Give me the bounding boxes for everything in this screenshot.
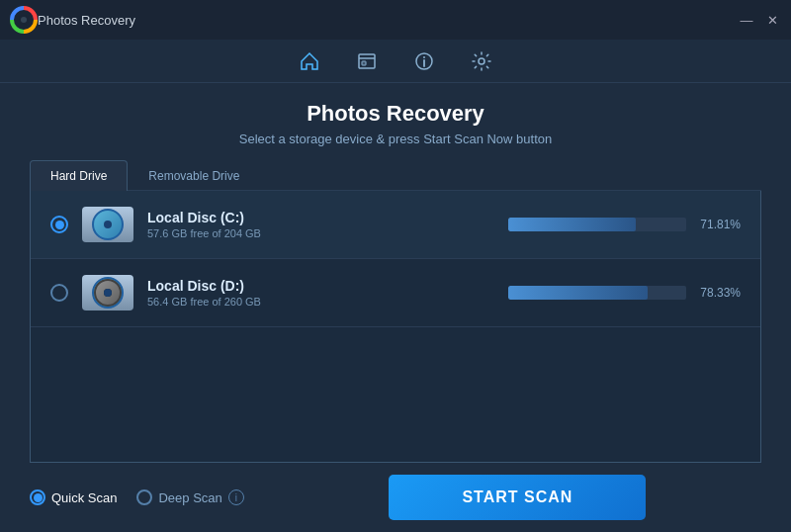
drive-d-info: Local Disc (D:) 56.4 GB free of 260 GB xyxy=(147,278,494,308)
svg-rect-3 xyxy=(359,54,375,68)
deep-scan-info-icon[interactable]: i xyxy=(228,489,244,505)
minimize-button[interactable]: — xyxy=(738,11,755,29)
toolbar xyxy=(0,40,791,83)
quick-scan-option[interactable]: Quick Scan xyxy=(30,489,117,505)
drive-c-size: 57.6 GB free of 204 GB xyxy=(147,227,494,239)
home-toolbar-button[interactable] xyxy=(296,47,323,75)
drive-d-radio[interactable] xyxy=(50,284,68,302)
tab-removable-drive[interactable]: Removable Drive xyxy=(128,160,260,191)
app-title: Photos Recovery xyxy=(38,13,738,28)
svg-point-8 xyxy=(423,56,425,58)
drive-d-progress-fill xyxy=(508,286,648,300)
info-toolbar-button[interactable] xyxy=(410,47,438,75)
quick-scan-label: Quick Scan xyxy=(51,490,117,505)
tab-hard-drive[interactable]: Hard Drive xyxy=(30,160,128,191)
start-scan-container: START SCAN xyxy=(274,475,761,520)
drive-d-name: Local Disc (D:) xyxy=(147,278,494,294)
page-title: Photos Recovery xyxy=(0,101,791,127)
drive-d-size: 56.4 GB free of 260 GB xyxy=(147,296,494,308)
scan-toolbar-button[interactable] xyxy=(353,47,381,75)
drive-c-pct: 71.81% xyxy=(696,218,741,231)
title-bar: Photos Recovery — ✕ xyxy=(0,0,791,40)
page-subtitle: Select a storage device & press Start Sc… xyxy=(0,132,791,146)
deep-scan-label: Deep Scan xyxy=(158,490,221,505)
drive-d-pct: 78.33% xyxy=(696,286,741,300)
settings-toolbar-button[interactable] xyxy=(468,47,495,75)
start-scan-button[interactable]: START SCAN xyxy=(389,475,646,520)
window-controls: — ✕ xyxy=(738,11,781,29)
drive-c-radio[interactable] xyxy=(50,216,68,233)
drive-c-info: Local Disc (C:) 57.6 GB free of 204 GB xyxy=(147,210,494,239)
drives-list: Local Disc (C:) 57.6 GB free of 204 GB 7… xyxy=(30,191,761,463)
svg-rect-5 xyxy=(362,61,366,65)
drive-c-progress-bg xyxy=(508,218,686,231)
svg-point-9 xyxy=(479,58,484,64)
deep-scan-option[interactable]: Deep Scan i xyxy=(136,489,243,505)
close-button[interactable]: ✕ xyxy=(763,11,781,29)
scan-options: Quick Scan Deep Scan i xyxy=(30,489,244,505)
bottom-section: Quick Scan Deep Scan i START SCAN xyxy=(0,463,791,532)
quick-scan-radio[interactable] xyxy=(30,489,45,505)
drive-tabs: Hard Drive Removable Drive xyxy=(30,160,761,191)
deep-scan-radio[interactable] xyxy=(136,489,152,505)
page-header: Photos Recovery Select a storage device … xyxy=(0,83,791,160)
drive-d-progress-bg xyxy=(508,286,686,300)
main-content: Photos Recovery Select a storage device … xyxy=(0,83,791,532)
drive-d-item[interactable]: Local Disc (D:) 56.4 GB free of 260 GB 7… xyxy=(31,259,760,327)
app-logo xyxy=(10,6,38,34)
drive-c-item[interactable]: Local Disc (C:) 57.6 GB free of 204 GB 7… xyxy=(31,191,760,259)
drive-c-progress-fill xyxy=(508,218,636,231)
drive-d-usage: 78.33% xyxy=(508,286,741,300)
drive-c-usage: 71.81% xyxy=(508,218,741,231)
drive-c-name: Local Disc (C:) xyxy=(147,210,494,225)
svg-point-2 xyxy=(21,17,27,23)
drive-c-icon xyxy=(82,207,133,242)
drive-d-icon xyxy=(82,275,133,310)
